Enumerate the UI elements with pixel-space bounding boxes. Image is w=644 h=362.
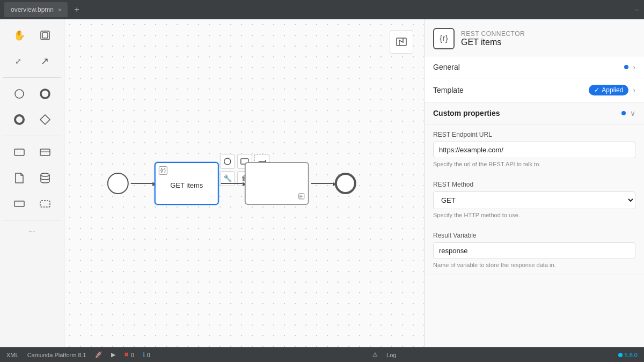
custom-props-chevron[interactable]: ∨ [630, 109, 635, 117]
task-connector-icon: {r} [159, 166, 167, 175]
svg-point-4 [41, 90, 49, 98]
task-get-items[interactable]: {r} GET items [155, 162, 219, 205]
db-tool[interactable] [33, 166, 57, 190]
subprocess-marker [298, 193, 305, 201]
error-icon: ✖ [124, 351, 129, 358]
format-label: XML [6, 352, 19, 358]
svg-point-10 [41, 173, 49, 176]
flow-line-1 [131, 183, 152, 184]
platform-label: Camunda Platform 8.1 [27, 352, 86, 358]
rect-tool[interactable] [8, 141, 31, 164]
file-tab[interactable]: overview.bpmn × [4, 2, 68, 17]
toolbar-divider-1 [3, 77, 61, 78]
svg-marker-6 [40, 115, 50, 124]
arrow-2 [221, 183, 243, 184]
dashed-rect-tool[interactable] [33, 192, 57, 216]
tab-close-button[interactable]: × [58, 6, 61, 13]
panel-tool[interactable] [8, 192, 31, 216]
svg-point-3 [15, 90, 24, 98]
arrow-1 [131, 183, 152, 184]
circle-filled-tool[interactable] [33, 82, 57, 106]
general-section[interactable]: General › [425, 56, 644, 78]
applied-badge: ✓ Applied [589, 85, 628, 95]
hand-tool[interactable]: ✋ [8, 24, 31, 47]
move-tool[interactable]: ⤢ [8, 49, 31, 73]
svg-rect-12 [40, 201, 50, 207]
log-button[interactable]: Log [386, 352, 396, 358]
rest-method-hint: Specify the HTTP method to use. [433, 212, 635, 218]
panel-header: {r} REST CONNECTOR GET items [425, 19, 644, 56]
select-tool[interactable] [33, 24, 57, 47]
template-chevron[interactable]: › [633, 86, 635, 94]
template-right: ✓ Applied › [589, 85, 635, 95]
result-variable-label: Result Variable [433, 232, 635, 239]
general-chevron[interactable]: › [633, 63, 635, 71]
general-dot [624, 65, 628, 69]
version-label: 5.8.0 [618, 352, 638, 358]
arrow-3 [311, 183, 333, 184]
connector-name: GET items [461, 38, 525, 47]
connector-icon-label: {r} [440, 34, 448, 43]
end-event[interactable] [335, 173, 356, 194]
svg-point-5 [15, 115, 24, 124]
tab-label: overview.bpmn [11, 6, 54, 13]
circle-outline-tool[interactable] [8, 82, 31, 106]
right-panel: {r} REST CONNECTOR GET items General › T… [424, 19, 644, 347]
play-button[interactable]: ▶ [111, 351, 115, 358]
sub-rect-tool[interactable] [33, 141, 57, 164]
left-toolbar: ✋ ⤢ ↗ [0, 19, 64, 347]
rest-method-select[interactable]: GET POST PUT DELETE PATCH [433, 191, 635, 209]
more-tools-button[interactable]: ··· [27, 225, 38, 238]
flow-line-3 [311, 183, 333, 184]
general-label: General [433, 63, 460, 71]
result-variable-input[interactable] [433, 242, 635, 259]
minimap-button[interactable] [390, 30, 413, 54]
info-number: 0 [147, 352, 150, 358]
start-event[interactable] [107, 173, 129, 194]
template-label: Template [433, 86, 464, 94]
add-tab-button[interactable]: + [70, 5, 83, 14]
deploy-icon[interactable]: 🚀 [95, 351, 103, 358]
result-variable-hint: Name of variable to store the response d… [433, 262, 635, 268]
tab-more-button[interactable]: ··· [634, 6, 640, 13]
svg-point-14 [224, 158, 231, 165]
tool-row-5 [8, 141, 57, 164]
arrow-tool[interactable]: ↗ [33, 49, 57, 73]
toolbar-divider-3 [3, 220, 61, 220]
bpmn-canvas[interactable]: {r} GET items [64, 19, 424, 347]
bold-circle-tool[interactable] [8, 108, 31, 131]
task-label: GET items [170, 181, 203, 189]
error-count: ✖ 0 [124, 351, 134, 358]
svg-rect-11 [14, 201, 24, 206]
status-bar: XML Camunda Platform 8.1 🚀 ▶ ✖ 0 ℹ 0 ⚠ L… [0, 347, 644, 362]
general-right: › [624, 63, 635, 71]
tool-row-2: ⤢ ↗ [8, 49, 57, 73]
custom-props-title: Custom properties [433, 109, 500, 117]
custom-props-header[interactable]: Custom properties ∨ [425, 102, 644, 124]
endpoint-url-hint: Specify the url of the REST API to talk … [433, 161, 635, 167]
connector-type: REST CONNECTOR [461, 30, 525, 38]
connector-icon: {r} [433, 28, 455, 49]
endpoint-url-field: REST Endpoint URL Specify the url of the… [425, 124, 644, 174]
tool-row-7 [8, 192, 57, 216]
warning-icon: ⚠ [372, 351, 378, 358]
title-bar: overview.bpmn × + ··· [0, 0, 644, 19]
ctx-circle-button[interactable] [220, 154, 235, 169]
custom-properties-section: Custom properties ∨ REST Endpoint URL Sp… [425, 102, 644, 275]
subprocess-task[interactable] [245, 162, 309, 205]
doc-tool[interactable] [8, 166, 31, 190]
connector-info: REST CONNECTOR GET items [461, 30, 525, 47]
custom-props-controls: ∨ [621, 109, 635, 117]
svg-rect-7 [14, 149, 24, 156]
info-icon: ℹ [143, 351, 145, 358]
badge-label: Applied [602, 86, 623, 94]
badge-check-icon: ✓ [594, 86, 599, 94]
svg-text:⤢: ⤢ [15, 57, 21, 65]
tool-row-6 [8, 166, 57, 190]
tool-row-1: ✋ [8, 24, 57, 47]
template-section[interactable]: Template ✓ Applied › [425, 78, 644, 102]
rest-method-label: REST Method [433, 181, 635, 188]
svg-rect-1 [42, 33, 48, 38]
diamond-tool[interactable] [33, 108, 57, 131]
endpoint-url-input[interactable] [433, 142, 635, 158]
